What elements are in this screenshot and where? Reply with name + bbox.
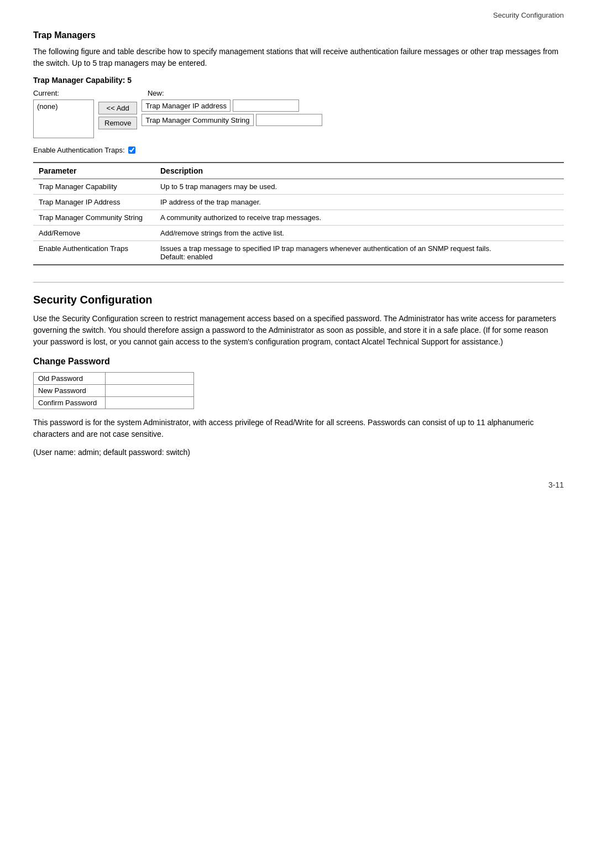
old-password-input[interactable] bbox=[110, 374, 189, 383]
current-label: Current: bbox=[33, 89, 59, 97]
security-config-body: Use the Security Configuration screen to… bbox=[33, 313, 564, 348]
community-string-label: Trap Manager Community String bbox=[142, 114, 253, 126]
trap-managers-body: The following figure and table describe … bbox=[33, 46, 564, 69]
community-string-row: Trap Manager Community String bbox=[142, 114, 322, 126]
ip-address-input[interactable] bbox=[233, 100, 299, 112]
desc-cell: A community authorized to receive trap m… bbox=[155, 210, 564, 226]
password-row: New Password bbox=[34, 385, 194, 397]
trap-manager-form: Current: New: (none) << Add Remove Trap … bbox=[33, 89, 564, 138]
password-row: Confirm Password bbox=[34, 397, 194, 409]
table-header-param: Parameter bbox=[33, 163, 155, 179]
password-note2: (User name: admin; default password: swi… bbox=[33, 447, 564, 458]
new-password-label: New Password bbox=[34, 385, 106, 397]
auth-traps-label: Enable Authentication Traps: bbox=[33, 146, 125, 154]
new-password-cell[interactable] bbox=[106, 385, 194, 397]
new-label: New: bbox=[148, 89, 164, 97]
current-value: (none) bbox=[37, 102, 58, 111]
password-row: Old Password bbox=[34, 373, 194, 385]
buttons-col: << Add Remove bbox=[98, 100, 137, 129]
confirm-password-input[interactable] bbox=[110, 399, 189, 407]
table-row: Trap Manager IP AddressIP address of the… bbox=[33, 195, 564, 210]
trap-capability-label: Trap Manager Capability: 5 bbox=[33, 76, 564, 85]
desc-cell: Issues a trap message to specified IP tr… bbox=[155, 241, 564, 265]
desc-cell: Up to 5 trap managers may be used. bbox=[155, 179, 564, 195]
section-divider bbox=[33, 282, 564, 283]
current-list[interactable]: (none) bbox=[33, 100, 94, 138]
table-row: Trap Manager CapabilityUp to 5 trap mana… bbox=[33, 179, 564, 195]
param-cell: Trap Manager IP Address bbox=[33, 195, 155, 210]
page-header: Security Configuration bbox=[33, 11, 564, 19]
parameter-table: Parameter Description Trap Manager Capab… bbox=[33, 162, 564, 265]
page-number: 3-11 bbox=[33, 480, 564, 489]
new-password-input[interactable] bbox=[110, 386, 189, 395]
param-cell: Trap Manager Community String bbox=[33, 210, 155, 226]
trap-manager-box: (none) << Add Remove Trap Manager IP add… bbox=[33, 100, 564, 138]
auth-traps-checkbox[interactable] bbox=[128, 147, 135, 154]
old-password-cell[interactable] bbox=[106, 373, 194, 385]
param-cell: Add/Remove bbox=[33, 226, 155, 241]
table-header-desc: Description bbox=[155, 163, 564, 179]
ip-address-row: Trap Manager IP address bbox=[142, 100, 322, 112]
confirm-password-cell[interactable] bbox=[106, 397, 194, 409]
community-string-input[interactable] bbox=[256, 114, 322, 126]
security-config-section: Security Configuration Use the Security … bbox=[33, 294, 564, 458]
security-config-title: Security Configuration bbox=[33, 294, 564, 306]
table-row: Enable Authentication TrapsIssues a trap… bbox=[33, 241, 564, 265]
password-note1: This password is for the system Administ… bbox=[33, 417, 564, 440]
desc-cell: IP address of the trap manager. bbox=[155, 195, 564, 210]
community-string-field[interactable] bbox=[256, 115, 322, 123]
table-row: Trap Manager Community StringA community… bbox=[33, 210, 564, 226]
ip-address-field[interactable] bbox=[233, 101, 298, 109]
param-cell: Enable Authentication Traps bbox=[33, 241, 155, 265]
password-form: Old PasswordNew PasswordConfirm Password bbox=[33, 372, 194, 409]
trap-managers-title: Trap Managers bbox=[33, 30, 564, 40]
auth-traps-row: Enable Authentication Traps: bbox=[33, 146, 564, 154]
change-password-title: Change Password bbox=[33, 357, 564, 367]
new-fields-col: Trap Manager IP address Trap Manager Com… bbox=[142, 100, 322, 126]
add-button[interactable]: << Add bbox=[98, 102, 137, 114]
form-labels-row: Current: New: bbox=[33, 89, 564, 97]
ip-address-label: Trap Manager IP address bbox=[142, 100, 231, 112]
desc-cell: Add/remove strings from the active list. bbox=[155, 226, 564, 241]
table-row: Add/RemoveAdd/remove strings from the ac… bbox=[33, 226, 564, 241]
remove-button[interactable]: Remove bbox=[98, 117, 137, 129]
param-cell: Trap Manager Capability bbox=[33, 179, 155, 195]
confirm-password-label: Confirm Password bbox=[34, 397, 106, 409]
old-password-label: Old Password bbox=[34, 373, 106, 385]
